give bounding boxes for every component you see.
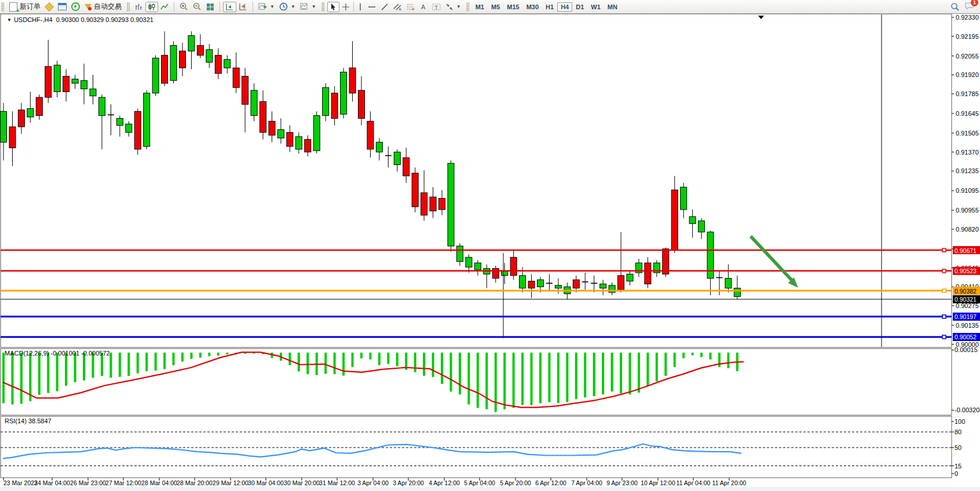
toolbar-grip[interactable]: [1, 2, 4, 12]
timeframe-m30-button[interactable]: M30: [523, 2, 542, 12]
candle: [287, 133, 293, 146]
macd-label: MACD(12,26,9) -0.001001 -0.000572: [5, 350, 110, 357]
macd-histogram-bar: [674, 353, 676, 367]
trendline-button[interactable]: [378, 2, 391, 12]
macd-histogram-bar: [342, 353, 345, 376]
chevron-down-icon: ▼: [456, 4, 461, 9]
time-axis-drag-area[interactable]: [0, 478, 952, 488]
fibonacci-button[interactable]: F: [404, 2, 418, 12]
macd-histogram-bar: [83, 353, 85, 380]
new-chart-button[interactable]: [56, 2, 69, 12]
macd-histogram-bar: [38, 353, 41, 395]
candle: [215, 55, 221, 74]
text-label-button[interactable]: T: [430, 2, 443, 12]
chart-canvas[interactable]: 0.923300.921950.920550.919200.917850.916…: [0, 0, 980, 491]
templates-button[interactable]: ▼: [298, 2, 319, 12]
toolbar-grip[interactable]: [466, 2, 469, 12]
arrows-button[interactable]: ▼: [443, 2, 463, 12]
macd-histogram-bar: [352, 353, 354, 367]
candle: [537, 280, 544, 287]
macd-histogram-bar: [145, 353, 148, 371]
chevron-down-icon: ▼: [291, 4, 295, 9]
templates-icon: [300, 3, 309, 11]
timeframe-d1-button[interactable]: D1: [572, 2, 587, 12]
macd-histogram-bar: [217, 353, 220, 356]
macd-histogram-bar: [127, 353, 130, 376]
chat-button[interactable]: 1: [964, 2, 974, 12]
timeframe-h4-button[interactable]: H4: [557, 2, 572, 12]
candle: [359, 90, 365, 118]
svg-text:F: F: [412, 8, 415, 11]
toolbar-grip[interactable]: [321, 2, 324, 12]
bar-chart-button[interactable]: [133, 2, 145, 12]
svg-text:A: A: [421, 3, 426, 10]
signals-icon: [71, 2, 80, 11]
search-icon[interactable]: [950, 2, 960, 12]
indicators-button[interactable]: ▼: [256, 2, 277, 12]
macd-histogram-bar: [584, 353, 586, 398]
candle: [9, 127, 16, 148]
new-order-button[interactable]: + 新订单: [7, 1, 43, 13]
horizontal-line-icon: [368, 3, 376, 11]
candlestick-icon: [148, 3, 156, 11]
macd-histogram-bar: [477, 353, 479, 408]
channel-icon: E: [393, 3, 402, 11]
timeframe-mn-button[interactable]: MN: [604, 2, 621, 12]
candlestick-button[interactable]: [145, 2, 158, 12]
price-axis-drag-area[interactable]: [952, 14, 980, 477]
auto-scroll-button[interactable]: [223, 2, 236, 12]
signals-button[interactable]: [69, 1, 82, 12]
timeframe-m15-button[interactable]: M15: [503, 2, 522, 12]
collapse-triangle-icon[interactable]: ▼: [7, 17, 12, 23]
candle: [251, 90, 257, 116]
metaeditor-button[interactable]: [43, 2, 56, 12]
line-anchor-handle[interactable]: [942, 289, 946, 292]
chart-shift-icon: [239, 3, 247, 11]
macd-histogram-bar: [682, 353, 685, 358]
candle: [233, 68, 239, 87]
macd-histogram-bar: [531, 353, 533, 405]
autotrading-button[interactable]: 自动交易: [82, 1, 124, 13]
candle: [394, 152, 400, 165]
macd-histogram-bar: [226, 353, 228, 354]
macd-histogram-bar: [334, 353, 336, 374]
timeframe-w1-button[interactable]: W1: [587, 2, 604, 12]
line-anchor-handle[interactable]: [942, 335, 946, 339]
timeframe-m1-button[interactable]: M1: [472, 2, 488, 12]
line-anchor-handle[interactable]: [942, 248, 946, 252]
periods-button[interactable]: ▼: [277, 1, 298, 12]
macd-histogram-bar: [74, 353, 76, 382]
macd-histogram-bar: [620, 353, 622, 393]
vertical-line-button[interactable]: [355, 2, 365, 12]
candle: [180, 51, 186, 68]
timeframe-m5-button[interactable]: M5: [488, 2, 503, 12]
zoom-out-button[interactable]: [191, 1, 204, 12]
chevron-down-icon: ▼: [312, 4, 316, 9]
macd-histogram-bar: [47, 353, 49, 393]
toolbar: + 新订单 自动交易: [0, 0, 980, 14]
tile-windows-button[interactable]: [204, 2, 217, 12]
zoom-in-button[interactable]: [177, 1, 191, 12]
candle: [188, 35, 195, 51]
line-anchor-handle[interactable]: [942, 269, 946, 273]
candle: [305, 140, 311, 152]
crosshair-button[interactable]: [339, 2, 352, 12]
candle: [27, 108, 34, 117]
channel-button[interactable]: E: [391, 2, 404, 12]
macd-histogram-bar: [369, 353, 371, 360]
price-panel: [1, 14, 952, 347]
chart-shift-button[interactable]: [236, 2, 250, 12]
macd-histogram-bar: [324, 353, 327, 374]
timeframe-h1-button[interactable]: H1: [542, 2, 557, 12]
arrows-icon: [445, 3, 454, 11]
text-button[interactable]: A: [418, 2, 430, 12]
candle: [45, 67, 52, 97]
horizontal-line-button[interactable]: [365, 2, 378, 12]
cursor-button[interactable]: [327, 2, 339, 12]
toolbar-grip[interactable]: [127, 2, 130, 12]
line-chart-button[interactable]: [158, 2, 171, 12]
macd-histogram-bar: [513, 353, 515, 408]
candle: [170, 45, 177, 80]
line-anchor-handle[interactable]: [942, 315, 946, 318]
macd-histogram-bar: [467, 353, 470, 405]
